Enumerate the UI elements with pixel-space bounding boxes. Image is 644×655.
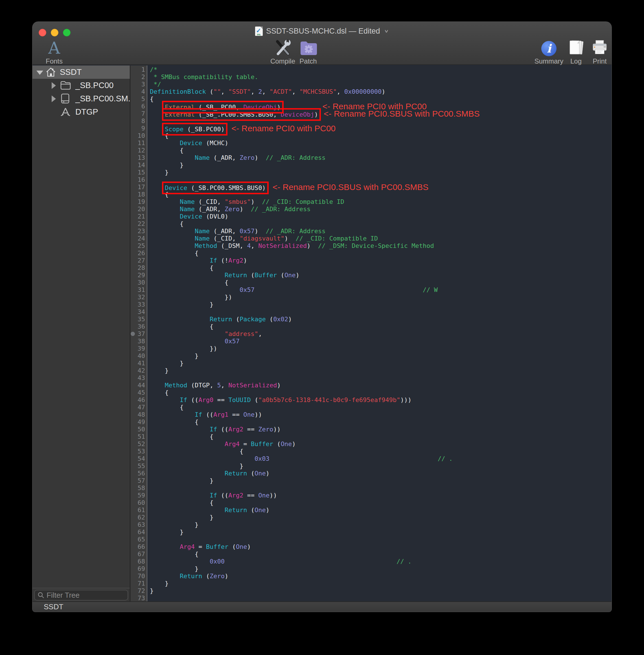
code-line[interactable]: })	[150, 345, 612, 352]
code-line[interactable]: }	[150, 360, 612, 367]
code-line[interactable]	[150, 484, 612, 492]
code-line[interactable]: "address",	[150, 330, 612, 338]
code-line[interactable]: If ((Arg2 == Zero))	[150, 426, 612, 433]
code-line[interactable]: }	[150, 477, 612, 484]
patch-icon	[299, 39, 317, 56]
code-line[interactable]: If (!Arg2)	[150, 257, 612, 264]
code-line[interactable]: {	[150, 220, 612, 228]
sidebar-item-dtgp[interactable]: DTGP	[32, 105, 130, 118]
title-chevron-icon[interactable]: ∨	[384, 28, 389, 33]
code-line[interactable]: }	[150, 514, 612, 521]
code-line[interactable]: Return (Zero)	[150, 572, 612, 580]
code-line[interactable]: Return (Package (0x02)	[150, 316, 612, 323]
content-area: SSDT _SB.PC00	[32, 66, 612, 601]
fonts-button[interactable]: A Fonts	[36, 39, 72, 65]
code-line[interactable]: {	[150, 433, 612, 441]
code-line[interactable]: Method (DTGP, 5, NotSerialized)	[150, 382, 612, 389]
code-line[interactable]: {	[150, 419, 612, 426]
app-window: ✓ DSL SSDT-SBUS-MCHC.dsl — Edited ∨ A Fo…	[32, 22, 612, 612]
code-line[interactable]: /*	[150, 66, 612, 73]
code-line[interactable]: Arg4 = Buffer (One)	[150, 543, 612, 550]
code-line[interactable]: Method (_DSM, 4, NotSerialized) // _DSM:…	[150, 242, 612, 250]
code-line[interactable]: Name (_ADR, 0x57) // _ADR: Address	[150, 228, 612, 235]
code-line[interactable]: }	[150, 169, 612, 176]
code-line[interactable]: {	[150, 279, 612, 286]
code-line[interactable]	[150, 117, 612, 125]
code-line[interactable]: Name (_CID, "smbus") // _CID: Compatible…	[150, 198, 612, 206]
doc-check-glyph: ✓	[256, 28, 261, 34]
code-line[interactable]: If ((Arg1 == One))	[150, 411, 612, 419]
code-line[interactable]: Device (MCHC)	[150, 139, 612, 147]
code-line[interactable]: 0x57	[150, 338, 612, 345]
code-line[interactable]	[150, 308, 612, 316]
code-line[interactable]: }	[150, 367, 612, 375]
status-path: SSDT	[44, 603, 63, 611]
method-icon	[60, 107, 70, 117]
code-line[interactable]: }	[150, 301, 612, 308]
code-line[interactable]: }	[150, 521, 612, 528]
code-line[interactable]: 0x00 // .	[150, 558, 612, 565]
code-line[interactable]	[150, 594, 612, 601]
code-line[interactable]: }	[150, 565, 612, 572]
disclosure-open-icon[interactable]	[37, 71, 43, 75]
sidebar-item-ssdt[interactable]: SSDT	[32, 66, 130, 79]
rename-annotation: <- Rename PCI0 with PC00	[231, 124, 336, 133]
code-line[interactable]: {	[150, 191, 612, 198]
code-line[interactable]: {	[150, 323, 612, 330]
summary-info-icon: i	[541, 41, 556, 56]
code-line[interactable]: Arg4 = Buffer (One)	[150, 441, 612, 448]
code-line[interactable]: }	[150, 352, 612, 360]
code-line[interactable]: Device (_SB.PC00.SMBS.BUS0)<- Rename PCI…	[150, 183, 612, 191]
code-line[interactable]: Name (_CID, "diagsvault") // _CID: Compa…	[150, 235, 612, 242]
code-line[interactable]: {	[150, 448, 612, 455]
code-line[interactable]: External (_SB_.PC00.SMBS.BUS0, DeviceObj…	[150, 110, 612, 117]
device-icon	[60, 93, 70, 103]
code-line[interactable]: */	[150, 81, 612, 88]
sidebar-item-sb-pc00-sm[interactable]: _SB.PC00.SM...	[32, 92, 130, 105]
code-line[interactable]: {	[150, 132, 612, 139]
disclosure-closed-icon[interactable]	[52, 82, 56, 89]
code-editor[interactable]: 1234567891011121314151617181920212223242…	[130, 66, 612, 601]
rename-highlight-box: External (_SB_.PC00.SMBS.BUS0, DeviceObj…	[165, 111, 318, 118]
code-line[interactable]: Return (Buffer (One)	[150, 272, 612, 279]
document-proxy-icon[interactable]: ✓ DSL	[255, 26, 263, 36]
code-line[interactable]: If ((Arg2 == One))	[150, 492, 612, 499]
code-line[interactable]: Name (_ADR, Zero) // _ADR: Address	[150, 206, 612, 213]
disclosure-closed-icon[interactable]	[52, 95, 56, 102]
code-line[interactable]: {	[150, 264, 612, 272]
code-line[interactable]: Device (DVL0)	[150, 213, 612, 220]
code-line[interactable]: * SMBus compatibility table.	[150, 73, 612, 81]
code-line[interactable]: Return (One)	[150, 470, 612, 477]
code-line[interactable]: Return (One)	[150, 506, 612, 514]
titlebar: ✓ DSL SSDT-SBUS-MCHC.dsl — Edited ∨	[32, 25, 612, 38]
sidebar-item-sb-pc00[interactable]: _SB.PC00	[32, 79, 130, 92]
code-line[interactable]: Scope (_SB.PC00)<- Rename PCI0 with PC00	[150, 125, 612, 132]
marker-strip	[130, 66, 135, 601]
code-line[interactable]: }	[150, 580, 612, 587]
bookmark-dot[interactable]	[131, 332, 135, 336]
code-line[interactable]: }	[150, 587, 612, 594]
print-button[interactable]: Print	[580, 39, 612, 65]
code-line[interactable]: }	[150, 161, 612, 169]
ssdt-tree: SSDT _SB.PC00	[32, 66, 130, 588]
code-line[interactable]	[150, 536, 612, 543]
code-line[interactable]: })	[150, 294, 612, 301]
code-line[interactable]: DefinitionBlock ("", "SSDT", 2, "ACDT", …	[150, 88, 612, 95]
code-line[interactable]: }	[150, 528, 612, 536]
code-line[interactable]: {	[150, 404, 612, 411]
doc-badge: DSL	[255, 33, 263, 36]
code-line[interactable]: 0x03 // .	[150, 455, 612, 462]
code-line[interactable]: If ((Arg0 == ToUUID ("a0b5b7c6-1318-441c…	[150, 397, 612, 404]
code-line[interactable]	[150, 375, 612, 382]
code-line[interactable]: }	[150, 462, 612, 470]
code-lines[interactable]: /* * SMBus compatibility table. */Defini…	[147, 66, 612, 601]
code-line[interactable]: Name (_ADR, Zero) // _ADR: Address	[150, 154, 612, 161]
code-line[interactable]: {	[150, 550, 612, 558]
code-line[interactable]: {	[150, 147, 612, 154]
code-line[interactable]: {	[150, 250, 612, 257]
patch-button[interactable]: Patch	[287, 39, 329, 65]
code-line[interactable]: 0x57 // W	[150, 286, 612, 294]
code-line[interactable]: {	[150, 499, 612, 506]
filter-tree-input[interactable]: Filter Tree	[34, 590, 128, 601]
code-line[interactable]: {	[150, 389, 612, 397]
